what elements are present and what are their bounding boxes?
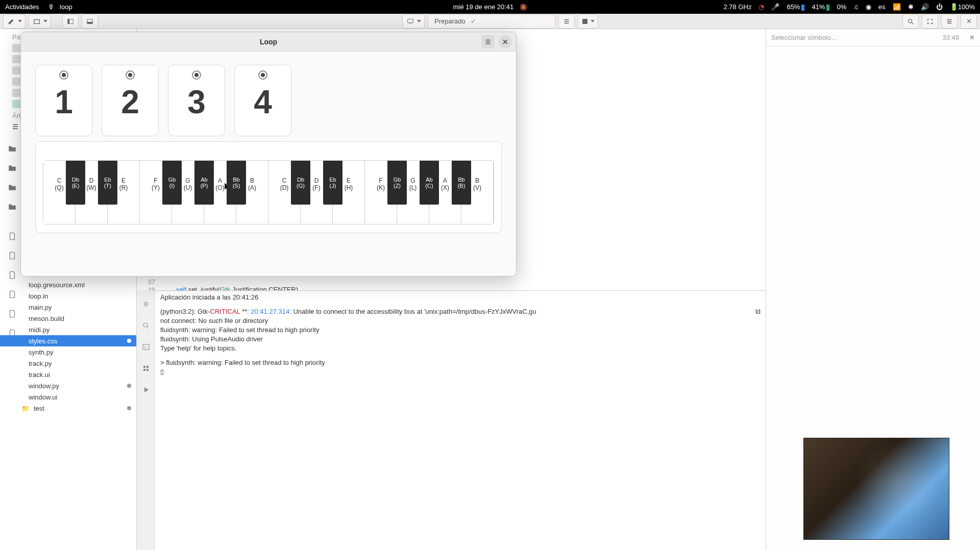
close-ide-button[interactable]: ✕ xyxy=(961,14,977,29)
hamburger-icon xyxy=(946,18,953,25)
power-icon[interactable]: ⏻ xyxy=(936,3,943,11)
record-icon[interactable] xyxy=(59,70,68,80)
tree-file[interactable]: window.py xyxy=(0,380,136,391)
edit-menu-button[interactable] xyxy=(3,14,26,29)
folder-strip-icon[interactable] xyxy=(6,181,18,193)
tree-file[interactable]: loop.gresource.xml xyxy=(0,279,136,290)
dirty-indicator-icon xyxy=(127,384,131,388)
activities-button[interactable]: Actividades xyxy=(5,3,39,11)
tree-file[interactable]: synth.py xyxy=(0,346,136,358)
key-label: Ab xyxy=(426,177,432,183)
black-key[interactable]: Db(G) xyxy=(291,161,310,205)
panel-bottom-button[interactable] xyxy=(82,14,98,29)
key-label: Bb xyxy=(458,177,464,183)
tree-file[interactable]: window.ui xyxy=(0,391,136,403)
dirty-indicator-icon xyxy=(127,406,131,410)
folder-strip-icon[interactable] xyxy=(6,142,18,155)
black-key[interactable]: Eb(T) xyxy=(98,161,117,205)
play-icon[interactable] xyxy=(140,384,152,395)
current-app[interactable]: 🎙 loop xyxy=(48,3,72,11)
black-key[interactable]: Bb(S) xyxy=(227,161,246,205)
sliders-icon xyxy=(563,18,570,25)
hamburger-button[interactable] xyxy=(941,14,958,29)
stop-button[interactable] xyxy=(578,14,598,29)
svg-rect-14 xyxy=(146,369,149,371)
folder-strip-icon[interactable] xyxy=(6,162,18,174)
terminal-line: Aplicación iniciada a las 20:41:26 xyxy=(160,293,761,302)
open-menu-button[interactable] xyxy=(29,14,51,29)
svg-rect-5 xyxy=(408,19,413,22)
track-card[interactable]: 2 xyxy=(102,65,159,136)
folder-icon xyxy=(12,55,20,63)
tree-file[interactable]: loop.in xyxy=(0,290,136,302)
tree-folder[interactable]: 📁test xyxy=(0,403,136,414)
track-number: 4 xyxy=(254,86,272,118)
track-card[interactable]: 3 xyxy=(168,65,225,136)
close-button[interactable]: ✕ xyxy=(499,35,512,48)
check-icon: ✓ xyxy=(471,17,476,25)
file-strip-icon[interactable] xyxy=(6,230,18,242)
menu-button[interactable] xyxy=(481,35,495,48)
chevron-down-icon xyxy=(417,20,421,22)
track-card[interactable]: 1 xyxy=(35,65,92,136)
terminal-icon[interactable] xyxy=(140,341,152,353)
file-strip-icon[interactable] xyxy=(6,249,18,262)
key-shortcut: (Z) xyxy=(394,183,401,189)
tree-file-selected[interactable]: styles.css xyxy=(0,335,136,346)
tree-file[interactable]: track.ui xyxy=(0,369,136,380)
volume-icon[interactable]: 🔊 xyxy=(921,3,929,11)
search-icon[interactable] xyxy=(140,320,152,331)
search-button[interactable] xyxy=(902,14,919,29)
bluetooth-icon[interactable]: ✱ xyxy=(908,3,914,11)
keyboard-layout-label[interactable]: es xyxy=(878,3,886,11)
build-status[interactable]: Preparado ✓ xyxy=(428,14,555,29)
black-key[interactable]: Ab(C) xyxy=(420,161,439,205)
line-col-indicator[interactable]: 33:49 xyxy=(942,34,959,41)
tree-file[interactable]: meson.build xyxy=(0,313,136,324)
battery-main-icon[interactable]: 🔋100% xyxy=(950,3,975,11)
tree-file[interactable]: main.py xyxy=(0,302,136,313)
terminal-line: not connect: No such file or directory xyxy=(160,316,761,326)
wifi-icon[interactable]: 📶 xyxy=(893,3,901,11)
loop-headerbar[interactable]: Loop ✕ xyxy=(21,32,516,52)
tree-file[interactable]: track.py xyxy=(0,358,136,369)
folder-icon xyxy=(12,78,20,86)
black-key[interactable]: Db(E) xyxy=(66,161,85,205)
device-select-button[interactable] xyxy=(402,14,425,29)
terminal-line: (python3:2): Gtk-CRITICAL **: 20:41:27.3… xyxy=(160,307,761,316)
panel-left-button[interactable] xyxy=(62,14,79,29)
mic-indicator-icon: 🎤 xyxy=(771,3,779,11)
black-key[interactable]: Eb(J) xyxy=(323,161,342,205)
location-icon[interactable] xyxy=(140,298,152,310)
notifications-off-icon[interactable] xyxy=(520,4,527,11)
svg-rect-13 xyxy=(143,369,145,371)
accessibility-icon[interactable]: ◉ xyxy=(866,3,871,11)
tree-file[interactable]: midi.py xyxy=(0,324,136,335)
clock-label[interactable]: mié 19 de ene 20:41 xyxy=(453,3,514,11)
key-shortcut: (T) xyxy=(104,183,111,189)
battery2-label: 41% xyxy=(812,3,829,11)
folder-icon xyxy=(12,89,20,97)
folder-icon xyxy=(12,66,20,74)
music-icon[interactable]: ♫ xyxy=(853,3,859,11)
track-card[interactable]: 4 xyxy=(234,65,291,136)
build-config-button[interactable] xyxy=(558,14,575,29)
symbol-search-input[interactable]: Seleccionar símbolo… xyxy=(771,34,937,41)
fullscreen-button[interactable] xyxy=(922,14,938,29)
status-dot-icon: ◔ xyxy=(758,3,764,11)
black-key[interactable]: Gb(Z) xyxy=(387,161,407,205)
piano-keyboard: C(Q)D(W)E(R)F(Y)G(U)A(O)B(A)C(D)D(F)E(H)… xyxy=(43,160,494,224)
grid-icon[interactable] xyxy=(140,363,152,374)
black-key[interactable]: Gb(I) xyxy=(162,161,182,205)
record-icon[interactable] xyxy=(126,70,135,80)
record-icon[interactable] xyxy=(192,70,201,80)
folder-strip-icon[interactable] xyxy=(6,201,18,213)
close-icon[interactable]: ✕ xyxy=(969,34,975,41)
black-key[interactable]: Bb(B) xyxy=(452,161,471,205)
key-label: Db xyxy=(297,177,304,183)
list-icon: ☰ xyxy=(12,123,18,131)
terminal-output[interactable]: Aplicación iniciada a las 20:41:26 (pyth… xyxy=(155,290,766,550)
black-key[interactable]: Ab(P) xyxy=(194,161,214,205)
record-icon[interactable] xyxy=(258,70,267,80)
terminal-line: fluidsynth: Using PulseAudio driver xyxy=(160,335,761,344)
